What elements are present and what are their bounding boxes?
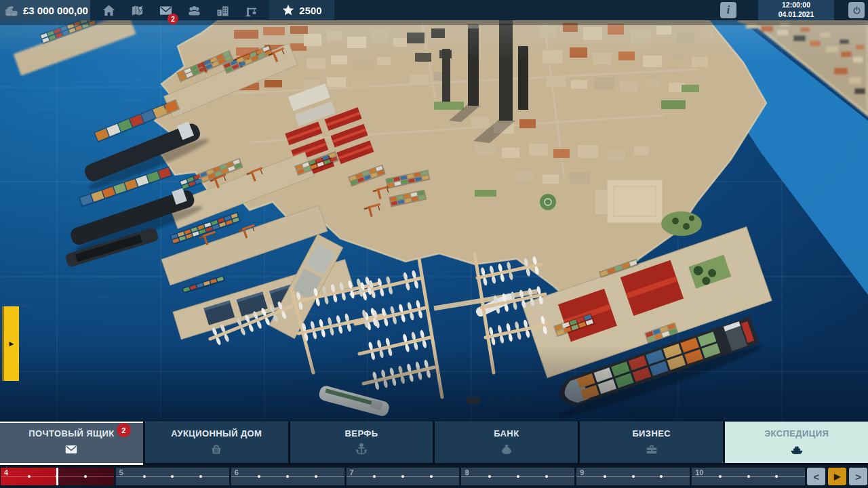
ship-icon	[789, 442, 804, 459]
timeline-dot	[775, 475, 778, 478]
power-button[interactable]	[848, 2, 865, 18]
tab-expedition[interactable]: ЭКСПЕДИЦИЯ	[725, 422, 868, 463]
star-icon	[281, 3, 295, 17]
port-map-scene	[0, 20, 868, 422]
tab-label: ЭКСПЕДИЦИЯ	[764, 428, 829, 439]
timeline-segment-10[interactable]: 10	[692, 468, 805, 485]
timeline-dot	[84, 475, 87, 478]
time-scrubber: 45678910 < ▶ >	[0, 465, 868, 488]
coins-icon	[4, 3, 19, 18]
segment-label: 6	[235, 468, 239, 476]
topbar-shadow	[0, 20, 868, 25]
top-haze	[0, 20, 868, 60]
helipad	[540, 194, 556, 210]
side-drawer-handle[interactable]: ▶	[2, 306, 19, 381]
timeline-dot	[660, 475, 663, 478]
mailbox-badge: 2	[117, 423, 131, 437]
power-icon	[852, 5, 862, 16]
info-icon: i	[727, 4, 730, 16]
auction-basket-icon	[209, 442, 224, 459]
play-button[interactable]: ▶	[828, 468, 846, 485]
map-pin-icon	[130, 3, 145, 18]
timeline-dot	[604, 475, 606, 478]
tab-auction-house[interactable]: АУКЦИОННЫЙ ДОМ	[145, 422, 288, 463]
map-button[interactable]	[127, 1, 146, 20]
date-value: 04.01.2021	[778, 10, 814, 20]
points-value: 2500	[299, 5, 321, 16]
people-icon	[186, 3, 202, 18]
harbor-crane-icon	[243, 3, 259, 18]
harbor-button[interactable]	[241, 1, 260, 20]
timeline-dot	[315, 475, 317, 478]
current-time-marker	[56, 468, 58, 485]
segment-label: 4	[4, 468, 8, 476]
home-icon	[101, 3, 117, 18]
money-bag-icon	[499, 442, 514, 459]
bottom-shade	[0, 344, 868, 422]
clock-display: 12:00:00 04.01.2021	[758, 0, 834, 20]
timeline-dot	[747, 475, 750, 478]
timeline-dot	[488, 475, 491, 478]
timeline-dot	[143, 475, 146, 478]
world-map[interactable]	[0, 20, 868, 422]
segment-label: 5	[119, 468, 123, 476]
timeline-dot	[719, 475, 722, 478]
segment-label: 9	[580, 468, 584, 476]
tab-bank[interactable]: БАНК	[435, 422, 578, 463]
anchor-icon	[354, 442, 369, 459]
segment-label: 7	[350, 468, 354, 476]
timeline-segment-6[interactable]: 6	[231, 468, 344, 485]
money-display: £3 000 000,00	[0, 0, 90, 20]
timeline-segment-8[interactable]: 8	[461, 468, 574, 485]
timeline-dot	[258, 475, 260, 478]
home-button[interactable]	[99, 1, 118, 20]
time-value: 12:00:00	[782, 1, 810, 10]
timeline-segment-9[interactable]: 9	[576, 468, 690, 485]
timeline-segment-7[interactable]: 7	[347, 468, 460, 485]
timeline-dot	[28, 475, 31, 478]
topbar-icon-menu: 2	[90, 0, 269, 20]
points-display: 2500	[269, 0, 334, 20]
tab-label: БАНК	[494, 428, 519, 439]
timeline-dot	[545, 475, 548, 478]
tab-mailbox[interactable]: 2 ПОЧТОВЫЙ ЯЩИК	[0, 422, 143, 463]
timeline-dot	[171, 475, 174, 478]
top-bar: £3 000 000,00 2	[0, 0, 868, 20]
segment-label: 8	[465, 468, 469, 476]
timeline-dot	[199, 475, 202, 478]
mail-icon	[64, 442, 79, 459]
park	[661, 211, 702, 236]
info-button[interactable]: i	[720, 2, 736, 18]
timeline-dot	[401, 475, 404, 478]
bottom-tab-bar: 2 ПОЧТОВЫЙ ЯЩИК АУКЦИОННЫЙ ДОМ ВЕРФЬ БАН…	[0, 422, 868, 463]
timeline-segment-4[interactable]: 4	[1, 468, 114, 485]
briefcase-icon	[644, 442, 659, 459]
timeline-segment-5[interactable]: 5	[116, 468, 229, 485]
tab-label: ПОЧТОВЫЙ ЯЩИК	[28, 428, 114, 439]
tab-label: БИЗНЕС	[632, 428, 671, 439]
people-button[interactable]	[184, 1, 203, 20]
timeline-dot	[632, 475, 635, 478]
money-value: £3 000 000,00	[23, 5, 88, 16]
buildings-icon	[215, 3, 231, 18]
timeline-dot	[517, 475, 519, 478]
tab-label: АУКЦИОННЫЙ ДОМ	[171, 428, 262, 439]
tab-label: ВЕРФЬ	[345, 428, 378, 439]
drawer-arrow-icon: ▶	[9, 340, 14, 347]
timeline-dot	[373, 475, 376, 478]
tab-shipyard[interactable]: ВЕРФЬ	[290, 422, 433, 463]
buildings-button[interactable]	[213, 1, 232, 20]
timeline-next-button[interactable]: >	[849, 468, 867, 485]
timeline-prev-button[interactable]: <	[807, 468, 825, 485]
mail-button[interactable]: 2	[156, 1, 175, 20]
timeline-dot	[430, 475, 433, 478]
mail-badge: 2	[167, 14, 178, 24]
timeline-dot	[286, 475, 289, 478]
tab-business[interactable]: БИЗНЕС	[580, 422, 723, 463]
segment-label: 10	[695, 468, 703, 476]
